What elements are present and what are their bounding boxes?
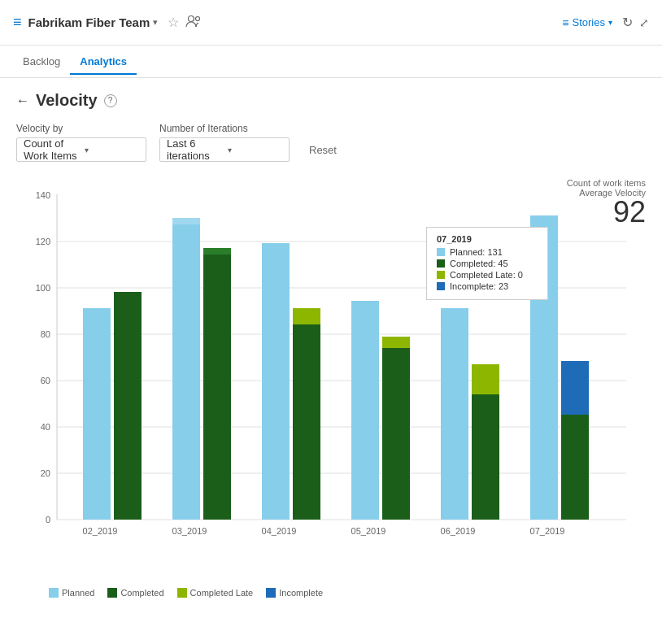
tooltip-planned: Planned: 131 xyxy=(437,247,538,257)
svg-text:07_2019: 07_2019 xyxy=(530,526,565,536)
tooltip-completed: Completed: 45 xyxy=(437,259,538,268)
chart-tooltip: 07_2019 Planned: 131 Completed: 45 Compl… xyxy=(426,227,548,300)
legend-planned-color xyxy=(49,588,59,598)
bar-04-2019-planned[interactable] xyxy=(262,243,290,520)
legend-incomplete-color xyxy=(266,588,276,598)
velocity-by-value: Count of Work Items xyxy=(24,137,78,162)
bar-06-2019-planned[interactable] xyxy=(441,308,468,520)
legend-incomplete: Incomplete xyxy=(266,588,323,598)
svg-text:80: 80 xyxy=(41,329,50,339)
tooltip-planned-color xyxy=(437,248,445,256)
bar-03-2019-planned[interactable] xyxy=(172,218,200,520)
iterations-dropdown[interactable]: Last 6 iterations ▾ xyxy=(159,137,290,162)
tooltip-completed-value: 45 xyxy=(498,259,507,268)
page-content: ← Velocity ? Velocity by Count of Work I… xyxy=(0,78,662,611)
legend-completed-label: Completed xyxy=(120,588,163,598)
people-icon[interactable] xyxy=(185,15,202,30)
bar-05-2019-planned[interactable] xyxy=(351,301,379,520)
tooltip-planned-value: 131 xyxy=(487,247,502,257)
svg-text:0: 0 xyxy=(46,515,50,524)
svg-text:04_2019: 04_2019 xyxy=(262,526,297,536)
tooltip-completed-color xyxy=(437,259,445,268)
tab-backlog[interactable]: Backlog xyxy=(13,49,70,74)
svg-point-0 xyxy=(189,16,194,22)
stories-icon: ≡ xyxy=(562,16,568,29)
legend-completed-late-label: Completed Late xyxy=(190,588,254,598)
header: ≡ Fabrikam Fiber Team ▾ ☆ ≡ Stories ▾ ↻ … xyxy=(0,0,662,46)
chart-legend: Planned Completed Completed Late Incompl… xyxy=(16,588,646,598)
legend-completed-color xyxy=(107,588,117,598)
bar-04-2019-completed-late[interactable] xyxy=(293,308,320,324)
page-title: Velocity xyxy=(36,91,98,110)
iterations-filter: Number of Iterations Last 6 iterations ▾ xyxy=(159,123,290,162)
bar-05-2019-completed-late[interactable] xyxy=(382,337,410,348)
tooltip-completed-late-label: Completed Late: 0 xyxy=(450,270,523,280)
bar-06-2019-completed[interactable] xyxy=(472,394,499,520)
stories-label: Stories xyxy=(573,16,605,28)
svg-text:02_2019: 02_2019 xyxy=(83,526,118,536)
svg-text:05_2019: 05_2019 xyxy=(351,526,386,536)
reset-button[interactable]: Reset xyxy=(303,137,343,162)
bar-03-2019-completed[interactable] xyxy=(203,248,231,520)
tooltip-title: 07_2019 xyxy=(437,234,538,244)
bar-04-2019-completed[interactable] xyxy=(293,324,320,520)
svg-text:03_2019: 03_2019 xyxy=(172,526,207,536)
expand-icon[interactable]: ⤢ xyxy=(639,16,649,29)
iterations-label: Number of Iterations xyxy=(159,123,290,134)
tooltip-completed-late-value: 0 xyxy=(518,270,523,280)
tooltip-completed-late: Completed Late: 0 xyxy=(437,270,538,280)
count-label: Count of work items xyxy=(567,178,646,188)
team-title: Fabrikam Fiber Team xyxy=(28,15,150,29)
legend-incomplete-label: Incomplete xyxy=(279,588,323,598)
page-header: ← Velocity ? xyxy=(16,91,646,110)
tooltip-incomplete-color xyxy=(437,282,445,290)
svg-text:60: 60 xyxy=(41,376,50,385)
svg-text:120: 120 xyxy=(36,237,50,246)
tooltip-completed-label: Completed: 45 xyxy=(450,259,508,268)
tooltip-planned-label: Planned: 131 xyxy=(450,247,503,257)
bar-07-2019-incomplete[interactable] xyxy=(561,361,589,415)
iterations-chevron-icon: ▾ xyxy=(228,146,282,154)
nav-tabs: Backlog Analytics xyxy=(0,46,662,78)
legend-completed: Completed xyxy=(107,588,163,598)
velocity-by-chevron-icon: ▾ xyxy=(85,146,139,154)
avg-value: 92 xyxy=(567,198,646,227)
legend-planned: Planned xyxy=(49,588,94,598)
tab-analytics[interactable]: Analytics xyxy=(70,49,137,74)
legend-completed-late: Completed Late xyxy=(177,588,254,598)
filters-bar: Velocity by Count of Work Items ▾ Number… xyxy=(16,123,646,162)
svg-text:40: 40 xyxy=(41,422,50,432)
bar-05-2019-completed[interactable] xyxy=(382,348,410,520)
tooltip-completed-late-color xyxy=(437,271,445,279)
stories-selector[interactable]: ≡ Stories ▾ xyxy=(562,16,612,29)
velocity-by-filter: Velocity by Count of Work Items ▾ xyxy=(16,123,146,162)
bar-06-2019-completed-late[interactable] xyxy=(472,364,499,394)
tooltip-incomplete-label: Incomplete: 23 xyxy=(450,281,508,291)
legend-completed-late-color xyxy=(177,588,187,598)
bar-02-2019-planned[interactable] xyxy=(83,308,111,520)
back-button[interactable]: ← xyxy=(16,94,29,108)
svg-point-1 xyxy=(196,17,200,21)
bar-07-2019-completed[interactable] xyxy=(561,415,589,520)
velocity-by-label: Velocity by xyxy=(16,123,146,134)
favorite-star-icon[interactable]: ☆ xyxy=(168,15,179,30)
svg-text:140: 140 xyxy=(36,190,50,200)
app-icon: ≡ xyxy=(13,14,22,31)
legend-planned-label: Planned xyxy=(62,588,94,598)
tooltip-incomplete: Incomplete: 23 xyxy=(437,281,538,291)
iterations-value: Last 6 iterations xyxy=(167,137,221,162)
chart-container: Count of work items Average Velocity 92 … xyxy=(16,178,646,585)
bar-02-2019-completed[interactable] xyxy=(114,292,142,520)
svg-text:100: 100 xyxy=(36,283,50,293)
svg-text:06_2019: 06_2019 xyxy=(441,526,476,536)
svg-text:20: 20 xyxy=(41,468,50,478)
team-chevron-icon[interactable]: ▾ xyxy=(153,17,158,28)
help-icon[interactable]: ? xyxy=(104,94,117,107)
velocity-by-dropdown[interactable]: Count of Work Items ▾ xyxy=(16,137,146,162)
tooltip-incomplete-value: 23 xyxy=(499,281,508,291)
bar-03-2019-planned-top xyxy=(172,218,200,224)
bar-03-2019-completed-top xyxy=(203,248,231,255)
refresh-icon[interactable]: ↻ xyxy=(622,15,633,30)
velocity-display: Count of work items Average Velocity 92 xyxy=(567,178,646,227)
stories-chevron-icon: ▾ xyxy=(608,18,612,27)
